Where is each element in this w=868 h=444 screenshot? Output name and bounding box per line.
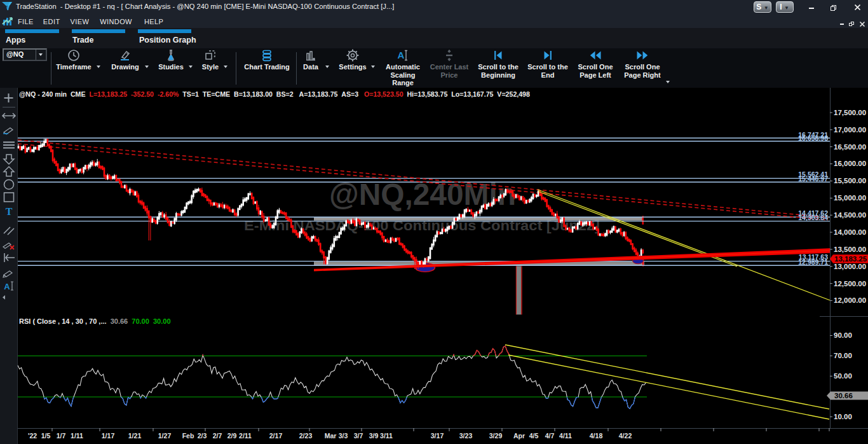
svg-text:1/7: 1/7 [57, 432, 66, 440]
svg-text:3/17: 3/17 [431, 432, 444, 440]
svg-text:Mar: Mar [325, 432, 337, 440]
svg-text:'22: '22 [28, 432, 37, 440]
svg-text:16,000.00: 16,000.00 [834, 160, 866, 167]
svg-text:4/18: 4/18 [590, 432, 603, 440]
svg-text:1/17: 1/17 [102, 432, 115, 440]
svg-text:14,500.00: 14,500.00 [834, 211, 866, 219]
svg-text:17,500.00: 17,500.00 [834, 109, 866, 116]
svg-text:3/3: 3/3 [339, 432, 348, 440]
svg-text:13,183.25: 13,183.25 [834, 255, 867, 263]
svg-text:4/11: 4/11 [559, 432, 572, 440]
svg-text:2/23: 2/23 [299, 432, 313, 440]
svg-text:2/9: 2/9 [227, 432, 237, 440]
svg-text:1/21: 1/21 [128, 432, 142, 440]
svg-text:15,446.97: 15,446.97 [798, 175, 828, 183]
svg-text:@NQ - 240 min CME L=13,183.2: @NQ - 240 min CME L=13,183.25 -352.50 -2… [19, 90, 530, 98]
svg-text:3/11: 3/11 [380, 432, 393, 440]
svg-text:4/5: 4/5 [529, 432, 539, 440]
svg-text:4/22: 4/22 [619, 432, 632, 440]
svg-text:70.00: 70.00 [834, 352, 852, 359]
svg-text:16,500.00: 16,500.00 [834, 143, 866, 151]
svg-text:2/11: 2/11 [239, 432, 252, 440]
svg-text:1/11: 1/11 [71, 432, 83, 440]
svg-text:15,000.00: 15,000.00 [834, 194, 866, 202]
svg-text:14,000.00: 14,000.00 [834, 228, 866, 236]
svg-text:17,000.00: 17,000.00 [834, 126, 866, 134]
svg-text:2/3: 2/3 [198, 432, 207, 440]
svg-text:Feb: Feb [182, 432, 194, 440]
svg-text:13,000.00: 13,000.00 [834, 263, 866, 270]
svg-text:2/17: 2/17 [269, 432, 283, 440]
svg-text:12,500.00: 12,500.00 [834, 280, 866, 288]
svg-text:2/7: 2/7 [213, 432, 222, 440]
svg-text:12,989.71: 12,989.71 [798, 258, 828, 266]
svg-text:14,303.84: 14,303.84 [798, 214, 828, 221]
svg-text:10.00: 10.00 [834, 413, 852, 420]
svg-text:3/23: 3/23 [459, 432, 473, 440]
svg-text:4/7: 4/7 [545, 432, 555, 440]
svg-text:16,658.98: 16,658.98 [798, 134, 828, 142]
svg-text:1/27: 1/27 [158, 432, 172, 440]
svg-text:13,500.00: 13,500.00 [834, 246, 866, 253]
svg-text:15,500.00: 15,500.00 [834, 177, 866, 184]
svg-text:12,000.00: 12,000.00 [834, 296, 866, 304]
svg-text:3/9: 3/9 [369, 432, 379, 440]
svg-text:90.00: 90.00 [834, 331, 852, 339]
svg-text:RSI ( Close , 14 , 30 , 70 ,..: RSI ( Close , 14 , 30 , 70 ,... 30.66 70… [19, 317, 171, 325]
svg-text:30.66: 30.66 [834, 392, 853, 399]
svg-text:Apr: Apr [513, 432, 525, 440]
svg-text:50.00: 50.00 [834, 372, 852, 380]
svg-text:3/29: 3/29 [489, 432, 503, 440]
svg-text:3/7: 3/7 [354, 432, 363, 440]
svg-text:1/5: 1/5 [41, 432, 51, 440]
